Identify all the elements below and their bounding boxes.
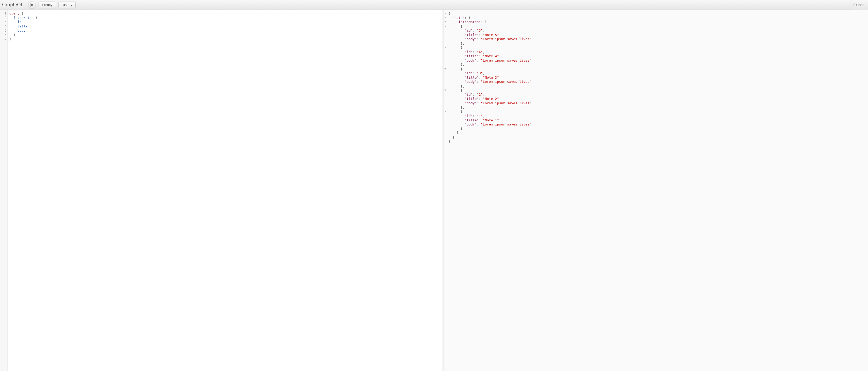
query-editor[interactable]: query { fetchNotes { id title body } } xyxy=(8,10,442,371)
play-icon xyxy=(31,3,34,7)
prettify-button[interactable]: Prettify xyxy=(38,2,56,8)
result-pane: { "data": { "fetchNotes": [ { "id": "5",… xyxy=(443,10,868,371)
app-logo: GraphiQL xyxy=(2,2,24,7)
docs-label: Docs xyxy=(856,3,864,7)
fold-caret-icon[interactable] xyxy=(444,11,447,16)
docs-toggle-button[interactable]: Docs xyxy=(850,0,868,10)
history-button[interactable]: History xyxy=(59,2,75,8)
logo-text-post: QL xyxy=(17,2,24,7)
fold-caret-icon[interactable] xyxy=(444,110,447,114)
fold-caret-icon[interactable] xyxy=(444,67,447,71)
line-number-gutter: 1 2 3 4 5 6 7 xyxy=(0,10,8,371)
fold-caret-icon[interactable] xyxy=(444,45,447,50)
logo-text-pre: Graph xyxy=(2,2,16,7)
chevron-left-icon xyxy=(853,3,855,6)
line-number: 5 xyxy=(0,28,7,33)
result-viewer[interactable]: { "data": { "fetchNotes": [ { "id": "5",… xyxy=(447,10,868,371)
fold-caret-icon[interactable] xyxy=(444,16,447,20)
line-number: 6 xyxy=(0,33,7,37)
fold-caret-icon[interactable] xyxy=(444,24,447,29)
topbar: GraphiQL Prettify History Docs xyxy=(0,0,868,10)
line-number: 7 xyxy=(0,37,7,41)
line-number: 3 xyxy=(0,20,7,24)
query-editor-pane: 1 2 3 4 5 6 7 query { fetchNotes { id ti… xyxy=(0,10,443,371)
execute-button[interactable] xyxy=(28,1,36,9)
main-area: 1 2 3 4 5 6 7 query { fetchNotes { id ti… xyxy=(0,10,868,371)
fold-caret-icon[interactable] xyxy=(444,88,447,93)
line-number: 2 xyxy=(0,16,7,20)
line-number: 1 xyxy=(0,11,7,16)
fold-caret-icon[interactable] xyxy=(444,20,447,24)
result-fold-gutter xyxy=(444,10,447,371)
svg-marker-0 xyxy=(31,3,34,7)
line-number: 4 xyxy=(0,24,7,29)
